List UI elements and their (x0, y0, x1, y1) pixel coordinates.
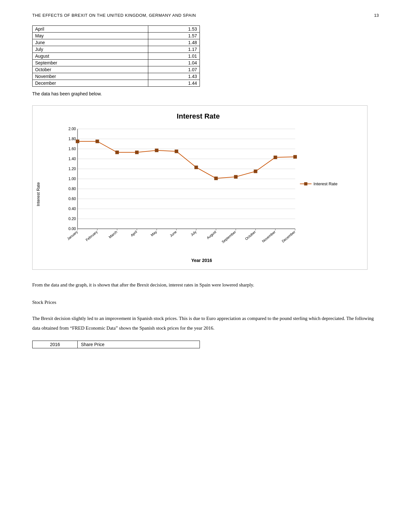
month-cell: December (33, 80, 148, 87)
month-cell: November (33, 73, 148, 80)
svg-text:1.20: 1.20 (68, 167, 76, 171)
month-cell: April (33, 26, 148, 33)
month-cell: August (33, 53, 148, 60)
table-row: September1.04 (33, 60, 200, 66)
interest-rate-chart: Interest Rate Interest Rate 0.000.200.40… (32, 105, 367, 270)
value-cell: 1.17 (148, 46, 200, 53)
share-price-header: Share Price (78, 341, 200, 348)
svg-rect-57 (254, 170, 257, 173)
page: THE EFFECTS OF BREXIT ON THE UNITED KING… (0, 0, 411, 368)
body-paragraph-2: The Brexit decision slightly led to an i… (32, 314, 379, 333)
svg-text:February: February (85, 230, 98, 242)
svg-text:April: April (130, 230, 138, 237)
x-axis-label: Year 2016 (43, 258, 361, 263)
svg-text:November: November (261, 230, 276, 243)
svg-text:1.80: 1.80 (68, 137, 76, 141)
svg-text:July: July (190, 230, 197, 237)
svg-text:August: August (206, 230, 217, 240)
chart-title: Interest Rate (36, 112, 361, 121)
value-cell: 1.01 (148, 53, 200, 60)
svg-text:0.40: 0.40 (68, 207, 76, 211)
svg-text:January: January (66, 230, 79, 241)
value-cell: 1.04 (148, 60, 200, 66)
interest-rate-table: April1.53May1.57June1.48July1.17August1.… (32, 25, 200, 87)
month-cell: July (33, 46, 148, 53)
document-title: THE EFFECTS OF BREXIT ON THE UNITED KING… (32, 13, 196, 18)
chart-inner: 0.000.200.400.600.801.001.201.401.601.80… (43, 126, 361, 263)
svg-text:1.40: 1.40 (68, 157, 76, 161)
svg-rect-61 (304, 182, 308, 186)
table-row: May1.57 (33, 33, 200, 39)
table-row: April1.53 (33, 26, 200, 33)
table-row: November1.43 (33, 73, 200, 80)
year-cell: 2016 (33, 341, 78, 348)
svg-text:1.00: 1.00 (68, 177, 76, 181)
svg-rect-49 (96, 140, 99, 143)
table-row: 2016 Share Price (33, 341, 200, 348)
page-number: 13 (374, 13, 379, 18)
value-cell: 1.07 (148, 66, 200, 73)
month-cell: September (33, 60, 148, 66)
svg-text:Interest Rate: Interest Rate (314, 181, 338, 186)
svg-text:2.00: 2.00 (68, 127, 76, 131)
value-cell: 1.43 (148, 73, 200, 80)
month-cell: June (33, 39, 148, 46)
value-cell: 1.44 (148, 80, 200, 87)
page-header: THE EFFECTS OF BREXIT ON THE UNITED KING… (32, 13, 379, 18)
chart-area: Interest Rate 0.000.200.400.600.801.001.… (36, 126, 361, 263)
section-heading: Stock Prices (32, 297, 379, 307)
table-row: June1.48 (33, 39, 200, 46)
svg-rect-52 (155, 149, 158, 152)
month-cell: October (33, 66, 148, 73)
table-row: October1.07 (33, 66, 200, 73)
chart-svg: 0.000.200.400.600.801.001.201.401.601.80… (43, 126, 361, 256)
svg-rect-58 (274, 156, 277, 159)
table-row: August1.01 (33, 53, 200, 60)
svg-rect-54 (195, 166, 198, 169)
svg-text:1.60: 1.60 (68, 147, 76, 151)
svg-rect-48 (76, 140, 79, 143)
svg-text:0.80: 0.80 (68, 187, 76, 191)
month-cell: May (33, 33, 148, 39)
svg-rect-55 (214, 177, 218, 180)
table-note: The data has been graphed below. (32, 91, 379, 96)
svg-text:May: May (150, 230, 158, 237)
svg-text:June: June (169, 230, 177, 238)
y-axis-label: Interest Rate (36, 126, 41, 263)
table-row: December1.44 (33, 80, 200, 87)
value-cell: 1.53 (148, 26, 200, 33)
svg-rect-59 (294, 155, 297, 159)
svg-text:0.60: 0.60 (68, 197, 76, 201)
svg-text:October: October (244, 230, 257, 241)
svg-rect-50 (115, 151, 119, 154)
svg-rect-51 (135, 151, 139, 154)
svg-text:December: December (281, 230, 296, 243)
svg-text:0.20: 0.20 (68, 217, 76, 221)
svg-text:March: March (108, 230, 118, 239)
svg-text:September: September (221, 230, 237, 244)
body-paragraph-1: From the data and the graph, it is shown… (32, 280, 379, 290)
value-cell: 1.48 (148, 39, 200, 46)
svg-rect-53 (175, 150, 178, 153)
svg-rect-56 (234, 175, 237, 179)
value-cell: 1.57 (148, 33, 200, 39)
share-price-table: 2016 Share Price (32, 341, 200, 348)
table-row: July1.17 (33, 46, 200, 53)
